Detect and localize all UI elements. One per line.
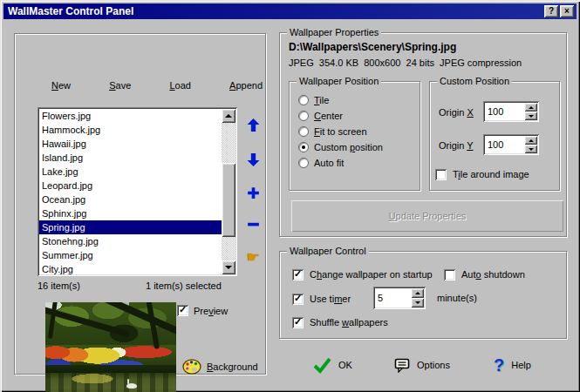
move-down-button[interactable] <box>243 151 263 168</box>
position-option-auto-fit[interactable]: Auto fit <box>298 156 344 170</box>
new-button[interactable]: New <box>51 80 71 91</box>
position-option-center[interactable]: Center <box>298 109 343 123</box>
preview-label: Preview <box>194 306 228 316</box>
down-triangle-icon <box>415 301 420 304</box>
origin-x-down-button[interactable] <box>524 112 537 120</box>
palette-icon <box>182 358 201 375</box>
list-item[interactable]: Flowers.jpg <box>39 109 222 123</box>
list-item-selected[interactable]: Spring.jpg <box>39 220 222 234</box>
use-timer-label: Use timer <box>310 294 351 304</box>
radio-label: Center <box>314 111 343 121</box>
help-button[interactable]: ? Help <box>494 356 531 374</box>
auto-shutdown-option[interactable]: Auto shutdown <box>444 268 525 280</box>
auto-shutdown-label: Auto shutdown <box>461 269 525 280</box>
origin-y-up-button[interactable] <box>524 136 537 145</box>
ok-label: OK <box>338 360 352 370</box>
radio-button[interactable] <box>298 158 309 168</box>
file-listbox[interactable]: Flowers.jpg Hammock.jpg Hawaii.jpg Islan… <box>38 107 237 276</box>
change-on-startup-option[interactable]: Change wallpaper on startup <box>292 268 433 280</box>
titlebar[interactable]: WallMaster Control Panel ? × <box>3 3 577 19</box>
close-icon: × <box>564 7 570 16</box>
file-list-scrollbar[interactable] <box>222 109 235 274</box>
timer-unit-label: minute(s) <box>437 293 477 303</box>
selected-count-label: 1 item(s) selected <box>146 280 222 293</box>
radio-button[interactable] <box>298 126 309 137</box>
custom-position-label: Custom Position <box>437 76 512 87</box>
load-button[interactable]: Load <box>169 80 190 91</box>
list-item[interactable]: Ocean.jpg <box>39 193 222 206</box>
timer-down-button[interactable] <box>411 298 424 308</box>
options-button[interactable]: Options <box>394 358 450 373</box>
list-item[interactable]: Stonehng.jpg <box>39 234 222 248</box>
tile-around-image-option[interactable]: Tile around image <box>435 168 529 180</box>
add-files-button[interactable] <box>243 184 263 201</box>
origin-x-up-button[interactable] <box>524 103 537 112</box>
select-wallpaper-button[interactable]: ☛ <box>243 248 263 266</box>
up-triangle-icon <box>225 114 232 118</box>
scrollbar-thumb[interactable] <box>222 163 235 237</box>
background-button[interactable]: Background <box>182 358 258 375</box>
list-item[interactable]: Hammock.jpg <box>39 123 222 137</box>
playlist-panel: New Save Load Append Flowers.jpg Hammock… <box>14 33 266 375</box>
radio-label: Custom position <box>314 142 383 152</box>
radio-button[interactable] <box>298 95 309 105</box>
minus-icon <box>246 217 261 232</box>
tile-around-label: Tile around image <box>453 169 529 179</box>
update-properties-button[interactable]: Update Properties <box>291 200 563 232</box>
radio-button[interactable] <box>298 111 309 121</box>
window-title: WallMaster Control Panel <box>8 5 133 17</box>
list-item[interactable]: City.jpg <box>39 262 222 274</box>
preview-swan <box>126 383 137 389</box>
change-on-startup-checkbox[interactable] <box>292 269 304 280</box>
scroll-up-button[interactable] <box>222 109 235 123</box>
remove-file-button[interactable] <box>243 215 263 233</box>
down-triangle-icon <box>529 115 534 118</box>
save-button[interactable]: Save <box>109 80 131 91</box>
footer-buttons: OK Options ? Help <box>279 350 567 380</box>
position-option-tile[interactable]: Tile <box>298 93 329 107</box>
list-item[interactable]: Leopard.jpg <box>39 179 222 193</box>
auto-shutdown-checkbox[interactable] <box>444 269 455 280</box>
origin-y-label: Origin Y <box>439 140 479 151</box>
down-triangle-icon <box>225 266 232 269</box>
preview-checkbox[interactable] <box>177 305 188 316</box>
ok-button[interactable]: OK <box>312 356 352 374</box>
item-count-label: 16 item(s) <box>38 280 80 293</box>
origin-y-down-button[interactable] <box>524 145 537 153</box>
radio-button[interactable] <box>298 142 309 152</box>
timer-up-button[interactable] <box>411 288 424 298</box>
origin-x-value: 100 <box>488 101 503 122</box>
origin-y-spinner[interactable]: 100 <box>483 134 539 155</box>
list-item[interactable]: Summer.jpg <box>39 248 222 262</box>
append-button[interactable]: Append <box>229 80 263 91</box>
position-option-fit-to-screen[interactable]: Fit to screen <box>298 125 367 139</box>
list-item[interactable]: Sphinx.jpg <box>39 206 222 220</box>
move-up-button[interactable] <box>243 116 263 133</box>
shuffle-checkbox[interactable] <box>292 317 304 328</box>
position-option-custom-position[interactable]: Custom position <box>298 140 383 154</box>
radio-label: Fit to screen <box>314 126 367 137</box>
question-mark-icon: ? <box>494 356 504 374</box>
tile-around-checkbox[interactable] <box>435 169 447 180</box>
titlebar-help-button[interactable]: ? <box>544 5 558 17</box>
plus-icon <box>246 186 261 200</box>
list-item[interactable]: Lake.jpg <box>39 165 222 179</box>
scroll-down-button[interactable] <box>222 260 235 274</box>
list-item[interactable]: Hawaii.jpg <box>39 137 222 151</box>
timer-spinner[interactable]: 5 <box>373 287 426 309</box>
up-triangle-icon <box>529 139 534 142</box>
shuffle-option[interactable]: Shuffle wallpapers <box>292 316 388 328</box>
wallpaper-control-group: Wallpaper Control Change wallpaper on st… <box>279 251 567 339</box>
use-timer-checkbox[interactable] <box>292 294 304 305</box>
speech-bubble-icon <box>394 358 410 373</box>
origin-x-spinner[interactable]: 100 <box>483 101 539 122</box>
list-item[interactable]: Island.jpg <box>39 151 222 165</box>
timer-value: 5 <box>378 287 383 309</box>
close-button[interactable]: × <box>560 5 574 17</box>
use-timer-option[interactable]: Use timer <box>292 293 351 305</box>
custom-position-group: Custom Position Origin X 100 Origin Y 10… <box>429 81 560 191</box>
change-on-startup-label: Change wallpaper on startup <box>310 269 433 280</box>
wallpaper-control-label: Wallpaper Control <box>287 246 369 257</box>
down-arrow-icon <box>246 152 261 167</box>
radio-label: Tile <box>314 95 329 105</box>
